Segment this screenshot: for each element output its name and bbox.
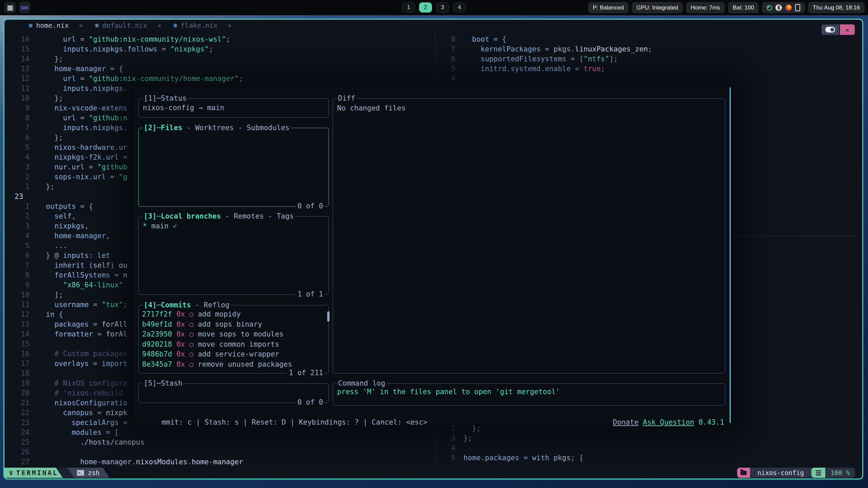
keybindings-text: mmit: c | Stash: s | Reset: D | Keybindi…	[162, 418, 428, 426]
code-row: 4	[438, 443, 463, 453]
lazygit-keybindings-bar: mmit: c | Stash: s | Reset: D | Keybindi…	[136, 408, 724, 418]
tab-default.nix[interactable]: ❄default.nix×	[95, 21, 161, 29]
code-row: 9 "x86_64-linux"	[4, 280, 123, 290]
lazygit-files-panel[interactable]: [2]─Files - Worktrees - Submodules 0 of …	[138, 128, 329, 207]
code-row: 3 nur.url = "github	[4, 162, 127, 172]
line-number: 2	[438, 424, 455, 433]
diff-content: No changed files	[333, 99, 725, 113]
lines-icon	[816, 470, 821, 475]
clock-pill: Thu Aug 08, 18:16	[808, 2, 865, 13]
line-number: 13	[4, 64, 29, 74]
code-row: 18	[4, 369, 37, 379]
gpu-pill: GPU: Integrated	[632, 2, 683, 13]
code-row: 25 ./hosts/canopus	[4, 438, 144, 447]
terminal-prompt-icon: >_	[77, 470, 84, 476]
tab-flake.nix[interactable]: ❄flake.nix×	[174, 21, 232, 29]
line-number: 15	[4, 44, 29, 54]
line-number: 3	[438, 433, 455, 443]
code-row: 20 # 'nixos-rebuild	[4, 388, 123, 398]
lazygit-diff-panel[interactable]: Diff No changed files	[333, 98, 725, 373]
code-row: 4 nixpkgs-f2k.url =	[4, 152, 127, 162]
code-row: 6 supportedFilesystems = ["ntfs"];	[438, 54, 618, 64]
statusline: V TERMINAL >_ zsh nixos-config 100 %	[4, 468, 862, 478]
tab-close-icon[interactable]: ×	[79, 22, 83, 29]
battery-pill: Bat: 100	[728, 2, 759, 13]
lazygit-status-panel[interactable]: [1]─Status nixos-config → main	[138, 98, 329, 118]
commits-scrollbar-thumb[interactable]	[327, 311, 330, 322]
branch-check-icon: ✓	[173, 222, 177, 230]
code-row: 27 home-manager.nixosModules.home-manage…	[4, 457, 243, 467]
tab-home.nix[interactable]: ❄home.nix×	[29, 21, 83, 29]
code-row: 11 inputs.nixpkgs.	[4, 84, 127, 94]
network-icon[interactable]	[767, 5, 772, 11]
bluetooth-glyph	[777, 5, 781, 10]
line-number: 13	[4, 320, 29, 329]
workspace-button-2[interactable]: 2	[419, 2, 432, 13]
lazygit-commits-panel[interactable]: [4]─Commits - Reflog 2717f2f 0x ○ add mo…	[138, 305, 329, 373]
line-number: 6	[438, 54, 455, 64]
line-number: 5	[4, 143, 29, 152]
tab-close-icon[interactable]: ×	[157, 22, 161, 29]
line-number: 4	[438, 443, 455, 453]
latency-pill: Home: 7ms	[686, 2, 725, 13]
apps-grid-icon: ▦	[7, 4, 14, 11]
line-number: 11	[4, 84, 29, 94]
line-number: 9	[4, 280, 29, 290]
code-row: 8 forAllSystems = n	[4, 270, 127, 280]
commit-row[interactable]: 2717f2f 0x ○ add mopidy	[142, 309, 329, 320]
lazygit-stash-panel[interactable]: [5]─Stash 0 of 0	[138, 383, 329, 403]
scroll-percent: 100 %	[825, 468, 855, 478]
line-number: 19	[4, 379, 29, 388]
line-number: 8	[4, 113, 29, 123]
code-row: 12 in {	[4, 310, 63, 320]
commit-row[interactable]: b49ef1d 0x ○ add sops binary	[142, 320, 329, 330]
code-row: 10 };	[4, 94, 63, 103]
lazygit-command-log-panel[interactable]: Command log press 'M' in the files panel…	[333, 383, 725, 406]
command-log-title: Command log	[337, 379, 386, 388]
app-launcher-button[interactable]: ▦	[4, 2, 16, 13]
line-number: 7	[438, 44, 455, 54]
line-number: 12	[4, 310, 29, 320]
line-number: 7	[4, 123, 29, 133]
lazygit-branches-panel[interactable]: [3]─Local branches - Remotes - Tags * ma…	[138, 216, 329, 295]
line-number: 6	[4, 251, 29, 261]
workspace-switcher: 1234	[402, 2, 466, 13]
code-row: 8 url = "github:n	[4, 113, 127, 123]
code-row: 2 self,	[4, 211, 76, 221]
tab-close-icon[interactable]: ×	[228, 22, 231, 29]
commit-graph-icon: ○	[185, 360, 193, 368]
media-icon[interactable]	[785, 4, 792, 11]
code-row: 11 username = "tux";	[4, 300, 127, 310]
commit-row[interactable]: d920218 0x ○ move common imports	[142, 340, 329, 350]
code-row: 2 sops-nix.url = "g	[4, 172, 127, 182]
code-row: 6 } @ inputs: let	[4, 251, 110, 261]
special-workspace-button[interactable]: $W	[19, 2, 31, 13]
donate-link[interactable]: Donate	[613, 418, 638, 426]
code-row: 7 kernelPackages = pkgs.linuxPackages_ze…	[438, 44, 652, 54]
lazygit-version: 0.43.1	[698, 418, 724, 426]
line-number: 21	[4, 398, 29, 408]
window-close-button[interactable]: ×	[840, 24, 855, 35]
mode-label: TERMINAL	[16, 469, 58, 476]
code-row: 26	[4, 447, 37, 457]
right-split-separator	[732, 236, 856, 237]
command-log-content: press 'M' in the files panel to open 'gi…	[333, 384, 725, 397]
window-toggle[interactable]	[822, 24, 839, 35]
line-number: 2	[4, 211, 29, 221]
commit-row[interactable]: 2a23950 0x ○ move sops to modules	[142, 329, 329, 340]
code-row: 19 # NixOS configura	[4, 379, 127, 388]
bluetooth-icon[interactable]	[775, 4, 782, 11]
code-row: 2 };	[438, 424, 481, 433]
code-row: 4 home-manager,	[4, 231, 110, 241]
line-number: 14	[4, 329, 29, 339]
code-row: 13 packages = forAll	[4, 320, 127, 329]
commit-row[interactable]: 9486b7d 0x ○ add service-wrapper	[142, 349, 329, 360]
workspace-button-4[interactable]: 4	[453, 2, 466, 13]
ask-question-link[interactable]: Ask Question	[643, 418, 694, 426]
workspace-button-1[interactable]: 1	[402, 2, 415, 13]
statusline-shell-segment: >_ zsh	[77, 468, 99, 478]
phone-icon[interactable]	[795, 4, 800, 11]
line-number: 1	[4, 202, 29, 211]
workspace-button-3[interactable]: 3	[436, 2, 449, 13]
code-row: 13 home-manager = {	[4, 64, 123, 74]
